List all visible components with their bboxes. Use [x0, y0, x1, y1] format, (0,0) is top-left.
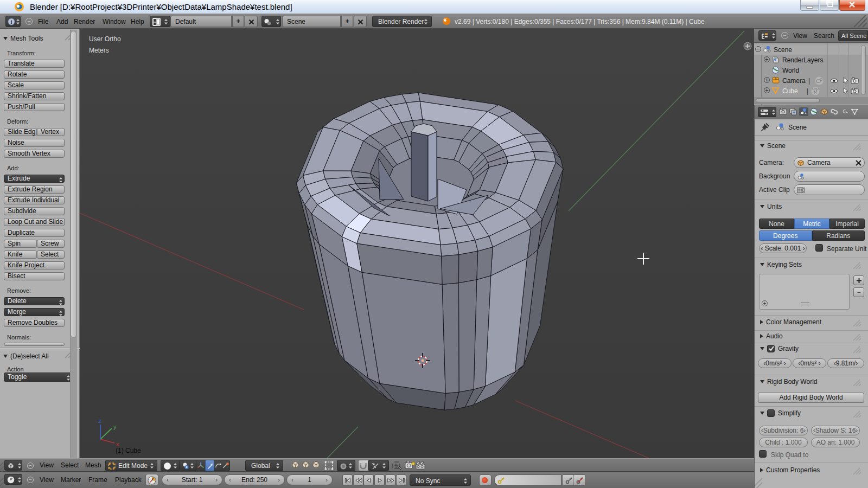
svg-text:User Ortho: User Ortho — [89, 35, 121, 43]
svg-text:Meters: Meters — [89, 47, 109, 54]
svg-text:(1) Cube: (1) Cube — [116, 447, 141, 454]
svg-text:y: y — [113, 423, 117, 430]
svg-text:z: z — [98, 418, 101, 424]
svg-text:i: i — [11, 19, 12, 25]
